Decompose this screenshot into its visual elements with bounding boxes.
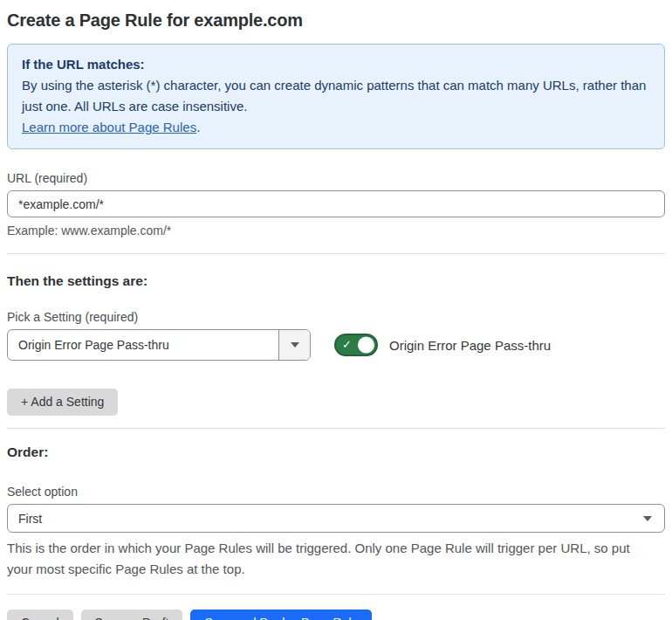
url-example-hint: Example: www.example.com/* xyxy=(7,224,665,238)
create-page-rule-form: Create a Page Rule for example.com If th… xyxy=(0,0,672,620)
order-section-heading: Order: xyxy=(7,444,665,460)
order-dropdown-value: First xyxy=(8,505,643,532)
page-title: Create a Page Rule for example.com xyxy=(7,10,665,31)
section-divider xyxy=(7,428,665,429)
dropdown-arrow-button[interactable] xyxy=(278,330,310,360)
dropdown-arrow xyxy=(643,505,664,532)
setting-toggle[interactable]: ✓ xyxy=(334,334,378,356)
toggle-knob xyxy=(358,337,374,354)
add-setting-button[interactable]: + Add a Setting xyxy=(7,389,118,416)
save-as-draft-button[interactable]: Save as Draft xyxy=(81,610,183,620)
select-option-label: Select option xyxy=(7,485,665,499)
info-box-heading: If the URL matches: xyxy=(22,54,650,75)
learn-more-link[interactable]: Learn more about Page Rules xyxy=(22,120,196,134)
link-suffix-text: . xyxy=(196,120,200,134)
settings-section-heading: Then the settings are: xyxy=(7,273,665,289)
footer-actions: Cancel Save as Draft Save and Deploy Pag… xyxy=(7,610,665,620)
section-divider xyxy=(7,594,665,595)
section-divider xyxy=(7,253,665,254)
url-match-info-box: If the URL matches: By using the asteris… xyxy=(7,44,665,149)
url-field-label: URL (required) xyxy=(7,171,665,185)
info-box-link-line: Learn more about Page Rules. xyxy=(22,117,650,138)
setting-dropdown[interactable]: Origin Error Page Pass-thru xyxy=(7,329,311,361)
cancel-button[interactable]: Cancel xyxy=(7,610,73,620)
url-input[interactable] xyxy=(7,190,665,217)
chevron-down-icon xyxy=(291,342,299,348)
setting-dropdown-value: Origin Error Page Pass-thru xyxy=(8,330,278,360)
setting-toggle-label: Origin Error Page Pass-thru xyxy=(389,338,551,353)
save-and-deploy-button[interactable]: Save and Deploy Page Rule xyxy=(190,610,372,620)
check-icon: ✓ xyxy=(342,339,352,350)
setting-row: Origin Error Page Pass-thru ✓ Origin Err… xyxy=(7,329,665,361)
pick-setting-label: Pick a Setting (required) xyxy=(7,310,665,324)
chevron-down-icon xyxy=(643,516,652,521)
order-help-text: This is the order in which your Page Rul… xyxy=(7,538,657,580)
order-dropdown[interactable]: First xyxy=(7,504,665,533)
info-box-body: By using the asterisk (*) character, you… xyxy=(22,75,650,117)
